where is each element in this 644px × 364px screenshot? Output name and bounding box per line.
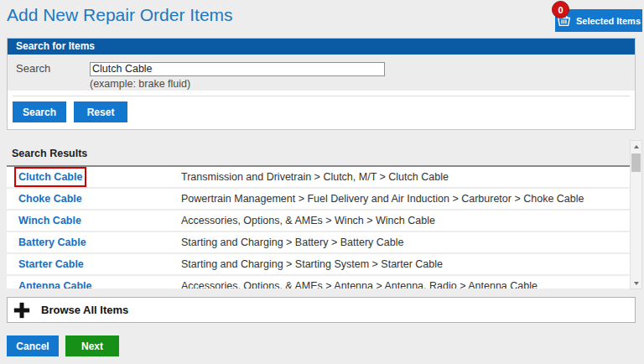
scrollbar-thumb[interactable]	[631, 153, 641, 172]
result-link-antenna-cable[interactable]: Antenna Cable	[18, 280, 181, 289]
result-link-starter-cable[interactable]: Starter Cable	[18, 258, 181, 270]
result-link-clutch-cable[interactable]: Clutch Cable	[18, 171, 181, 183]
scrollbar-up-arrow-icon[interactable]	[631, 141, 641, 152]
cancel-button[interactable]: Cancel	[7, 335, 59, 356]
reset-button[interactable]: Reset	[74, 101, 127, 122]
browse-all-items-button[interactable]: Browse All Items	[7, 297, 636, 323]
selected-items-count-badge: 0	[552, 1, 569, 18]
search-results-list: Clutch Cable Transmission and Drivetrain…	[7, 165, 630, 289]
table-row: Winch Cable Accessories, Options, & AMEs…	[7, 211, 630, 231]
selected-items-label: Selected Items	[576, 16, 641, 26]
table-row: Battery Cable Starting and Charging > Ba…	[7, 232, 630, 252]
result-category: Accessories, Options, & AMEs > Winch > W…	[181, 215, 435, 226]
scrollbar-down-arrow-icon[interactable]	[631, 278, 641, 289]
plus-icon	[13, 302, 30, 319]
search-field-label: Search	[16, 60, 90, 84]
table-row: Choke Cable Powertrain Management > Fuel…	[7, 189, 630, 209]
search-panel-header: Search for Items	[8, 39, 635, 55]
result-category: Accessories, Options, & AMEs > Antenna >…	[181, 280, 538, 289]
search-input[interactable]	[90, 62, 385, 76]
result-link-choke-cable[interactable]: Choke Cable	[18, 193, 181, 205]
result-category: Starting and Charging > Starting System …	[181, 258, 443, 270]
result-category: Transmission and Drivetrain > Clutch, M/…	[181, 171, 449, 183]
next-button[interactable]: Next	[65, 335, 119, 356]
table-row: Clutch Cable Transmission and Drivetrain…	[7, 167, 630, 187]
search-panel: Search for Items Search (example: brake …	[7, 38, 636, 130]
table-row: Starter Cable Starting and Charging > St…	[7, 254, 630, 274]
table-row-partial: Antenna Cable Accessories, Options, & AM…	[7, 276, 630, 289]
result-category: Powertrain Management > Fuel Delivery an…	[181, 193, 584, 205]
search-example-hint: (example: brake fluid)	[90, 78, 385, 90]
results-scrollbar[interactable]	[630, 140, 642, 289]
result-link-winch-cable[interactable]: Winch Cable	[18, 215, 181, 226]
result-category: Starting and Charging > Battery > Batter…	[181, 237, 403, 248]
panel-divider	[13, 96, 630, 96]
search-results-heading: Search Results	[12, 148, 87, 159]
browse-all-items-label: Browse All Items	[41, 304, 128, 316]
search-form-row: Search (example: brake fluid)	[8, 55, 635, 91]
page-title: Add New Repair Order Items	[7, 5, 233, 25]
search-button[interactable]: Search	[13, 101, 66, 122]
result-link-battery-cable[interactable]: Battery Cable	[18, 237, 181, 248]
add-repair-order-items-page: Add New Repair Order Items 0 Selected It…	[0, 0, 644, 364]
